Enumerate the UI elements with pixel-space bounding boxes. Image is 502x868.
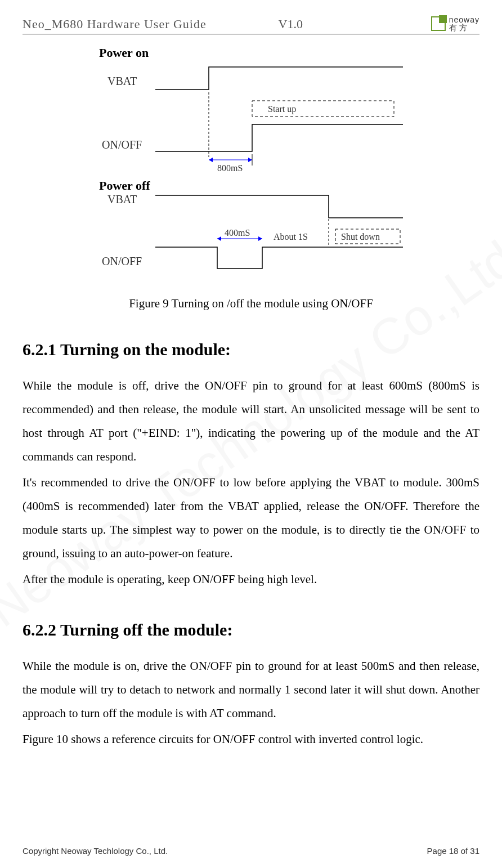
page-footer: Copyright Neoway Techlology Co., Ltd. Pa… (23, 846, 479, 856)
brand-logo: neoway 有方 (431, 16, 479, 32)
logo-icon (431, 16, 446, 31)
body-621-p3: After the module is operating, keep ON/O… (23, 567, 479, 591)
footer-page: Page 18 of 31 (427, 846, 479, 856)
t400-label: 400mS (225, 228, 250, 238)
body-621-p1: While the module is off, drive the ON/OF… (23, 374, 479, 468)
t800-label: 800mS (217, 163, 243, 173)
shutdown-label: Shut down (341, 232, 380, 241)
vbat-label-1: VBAT (107, 75, 137, 87)
body-621-p2: It's recommended to drive the ON/OFF to … (23, 471, 479, 565)
svg-marker-8 (217, 236, 221, 241)
svg-marker-4 (248, 158, 252, 162)
power-off-title: Power off (99, 178, 150, 193)
heading-622: 6.2.2 Turning off the module: (23, 620, 479, 639)
power-on-title: Power on (99, 46, 149, 60)
figure-caption: Figure 9 Turning on /off the module usin… (23, 297, 479, 311)
vbat-label-2: VBAT (107, 193, 137, 205)
doc-version: V1.0 (279, 17, 303, 32)
body-622-p2: Figure 10 shows a reference circuits for… (23, 727, 479, 751)
logo-text-cn: 有方 (449, 24, 479, 32)
startup-label: Start up (268, 104, 296, 114)
svg-marker-3 (209, 158, 213, 162)
page-header: Neo_M680 Hardware User Guide V1.0 neoway… (23, 0, 479, 34)
logo-text-en: neoway (449, 16, 479, 24)
heading-621: 6.2.1 Turning on the module: (23, 340, 479, 359)
onoff-label-2: ON/OFF (102, 255, 142, 267)
timing-diagram: Power on VBAT Start up ON/OFF 800mS Powe… (88, 44, 414, 287)
doc-title: Neo_M680 Hardware User Guide (23, 17, 207, 32)
onoff-label-1: ON/OFF (102, 138, 142, 151)
body-622-p1: While the module is on, drive the ON/OFF… (23, 654, 479, 725)
footer-copyright: Copyright Neoway Techlology Co., Ltd. (23, 846, 168, 856)
svg-marker-9 (258, 236, 262, 241)
about1s-label: About 1S (274, 232, 308, 241)
